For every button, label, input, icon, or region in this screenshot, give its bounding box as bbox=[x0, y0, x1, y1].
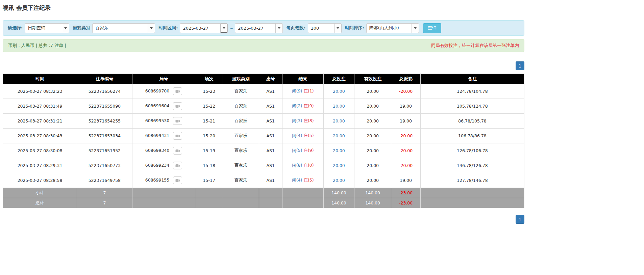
total-bet-cell: 20.00 bbox=[323, 99, 354, 114]
query-type-select[interactable]: 日期查询 bbox=[25, 23, 69, 33]
total-bet-link[interactable]: 20.00 bbox=[333, 133, 345, 138]
total-bet-link[interactable]: 20.00 bbox=[333, 104, 345, 109]
col-header-note: 备注 bbox=[420, 74, 524, 84]
grand-total-payout: -23.00 bbox=[391, 198, 420, 208]
total-bet-link[interactable]: 20.00 bbox=[333, 178, 345, 183]
query-type-value: 日期查询 bbox=[25, 24, 62, 33]
game-type: 百家乐 bbox=[223, 173, 259, 188]
result-cell: 闲(2) 庄(9) bbox=[282, 99, 323, 114]
bet-id: 522371651952 bbox=[77, 143, 132, 158]
col-header-table-no: 桌号 bbox=[259, 74, 282, 84]
total-bet-link[interactable]: 20.00 bbox=[333, 89, 345, 94]
pagination-bottom: 1 bbox=[3, 215, 524, 224]
valid-bet: 20.00 bbox=[354, 129, 391, 143]
table-number: AS1 bbox=[259, 173, 282, 188]
valid-bet: 20.00 bbox=[354, 143, 391, 158]
video-replay-button[interactable] bbox=[173, 162, 182, 169]
subtotal-row: 小计 7 140.00 140.00 -23.00 bbox=[3, 188, 524, 198]
date-range-separator: ~ bbox=[229, 26, 233, 31]
session-number: 15-20 bbox=[195, 129, 223, 143]
result-banker: 庄(5) bbox=[303, 177, 314, 183]
time-sort-select[interactable]: 降幂(由大到小) bbox=[366, 23, 419, 33]
bet-time: 2025-03-27 08:30:08 bbox=[3, 143, 77, 158]
subtotal-valid-bet: 140.00 bbox=[354, 188, 391, 198]
round-id-cell: 608699340 bbox=[132, 143, 195, 158]
game-type: 百家乐 bbox=[223, 129, 259, 143]
total-bet-cell: 20.00 bbox=[323, 143, 354, 158]
chevron-down-icon[interactable] bbox=[334, 24, 341, 33]
valid-bet: 20.00 bbox=[354, 99, 391, 114]
session-number: 15-22 bbox=[195, 99, 223, 114]
round-id: 608699604 bbox=[145, 103, 170, 108]
round-id: 608699700 bbox=[145, 88, 170, 93]
result-cell: 闲(8) 庄(0) bbox=[282, 158, 323, 173]
game-type: 百家乐 bbox=[223, 84, 259, 99]
video-replay-button[interactable] bbox=[173, 176, 182, 184]
col-header-valid-bet: 有效投注 bbox=[354, 74, 391, 84]
table-number: AS1 bbox=[259, 143, 282, 158]
total-bet-cell: 20.00 bbox=[323, 158, 354, 173]
total-bet-cell: 20.00 bbox=[323, 84, 354, 99]
result-player: 闲(3) bbox=[292, 118, 302, 123]
currency-total-text: 币别 : 人民币 | 总共 :7 注单 | bbox=[8, 43, 66, 49]
game-type: 百家乐 bbox=[223, 99, 259, 114]
table-row: 2025-03-27 08:29:31 522371650773 6086992… bbox=[3, 158, 524, 173]
round-id: 608699431 bbox=[145, 133, 170, 138]
grand-total-valid-bet: 140.00 bbox=[354, 198, 391, 208]
search-button[interactable]: 查询 bbox=[423, 23, 441, 33]
video-replay-button[interactable] bbox=[173, 102, 182, 110]
valid-bet-notice: 同局有效投注，统一计算在该局第一张注单内 bbox=[431, 43, 519, 49]
chevron-down-icon[interactable] bbox=[148, 24, 155, 33]
bet-time: 2025-03-27 08:31:21 bbox=[3, 114, 77, 129]
round-id: 608699155 bbox=[145, 177, 170, 183]
pagination-top: 1 bbox=[3, 61, 524, 70]
video-replay-button[interactable] bbox=[173, 132, 182, 140]
payout-amount: 19.00 bbox=[391, 114, 420, 129]
bet-id: 522371656274 bbox=[77, 84, 132, 99]
balance-note: 146.78/126.78 bbox=[420, 158, 524, 173]
chevron-down-icon[interactable] bbox=[275, 24, 282, 33]
round-id-cell: 608699431 bbox=[132, 129, 195, 143]
summary-bar: 币别 : 人民币 | 总共 :7 注单 | 同局有效投注，统一计算在该局第一张注… bbox=[3, 39, 524, 52]
payout-amount: -20.00 bbox=[391, 143, 420, 158]
result-banker: 庄(9) bbox=[303, 148, 314, 153]
video-replay-button[interactable] bbox=[173, 147, 182, 155]
result-cell: 闲(4) 庄(5) bbox=[282, 129, 323, 143]
session-number: 15-17 bbox=[195, 173, 223, 188]
col-header-total-bet: 总投注 bbox=[323, 74, 354, 84]
total-bet-cell: 20.00 bbox=[323, 173, 354, 188]
chevron-down-icon[interactable] bbox=[220, 24, 227, 33]
query-type-label: 请选择: bbox=[8, 25, 23, 31]
table-header-row: 时间 注单编号 局号 场次 游戏类别 桌号 结果 总投注 有效投注 总派彩 备注 bbox=[3, 74, 524, 84]
page-size-select[interactable]: 100 bbox=[308, 23, 342, 33]
chevron-down-icon[interactable] bbox=[62, 24, 69, 33]
session-number: 15-18 bbox=[195, 158, 223, 173]
grand-total-count: 7 bbox=[77, 198, 132, 208]
valid-bet: 20.00 bbox=[354, 173, 391, 188]
total-bet-link[interactable]: 20.00 bbox=[333, 118, 345, 123]
balance-note: 86.78/105.78 bbox=[420, 114, 524, 129]
video-replay-button[interactable] bbox=[173, 117, 182, 125]
game-type-select[interactable]: 百家乐 bbox=[92, 23, 155, 33]
total-bet-cell: 20.00 bbox=[323, 114, 354, 129]
round-id: 608699340 bbox=[145, 148, 170, 153]
records-tbody: 2025-03-27 08:32:23 522371656274 6086997… bbox=[3, 84, 524, 188]
page-1-button[interactable]: 1 bbox=[516, 215, 524, 224]
table-row: 2025-03-27 08:28:58 522371649758 6086991… bbox=[3, 173, 524, 188]
valid-bet: 20.00 bbox=[354, 158, 391, 173]
time-sort-value: 降幂(由大到小) bbox=[367, 24, 412, 33]
total-bet-link[interactable]: 20.00 bbox=[333, 163, 345, 168]
page-1-button[interactable]: 1 bbox=[516, 61, 524, 70]
bet-time: 2025-03-27 08:29:31 bbox=[3, 158, 77, 173]
balance-note: 127.78/146.78 bbox=[420, 173, 524, 188]
table-number: AS1 bbox=[259, 158, 282, 173]
col-header-result: 结果 bbox=[282, 74, 323, 84]
date-to-select[interactable]: 2025-03-27 bbox=[235, 23, 283, 33]
col-header-time: 时间 bbox=[3, 74, 77, 84]
game-type-value: 百家乐 bbox=[93, 24, 148, 33]
date-from-select[interactable]: 2025-03-27 bbox=[180, 23, 228, 33]
total-bet-link[interactable]: 20.00 bbox=[333, 148, 345, 153]
video-replay-button[interactable] bbox=[173, 87, 182, 95]
round-id-cell: 608699155 bbox=[132, 173, 195, 188]
chevron-down-icon[interactable] bbox=[412, 24, 419, 33]
